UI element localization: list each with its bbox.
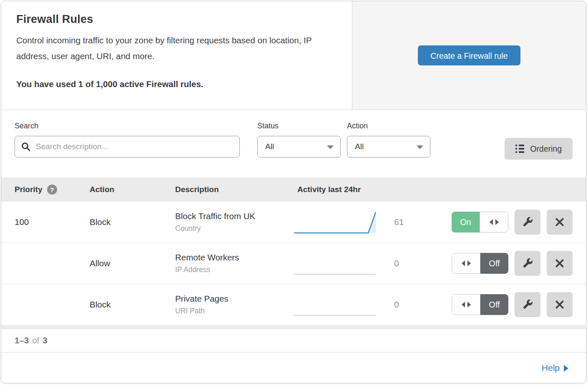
rule-name: Block Traffic from UK bbox=[175, 211, 293, 221]
toggle-handle[interactable] bbox=[480, 212, 508, 232]
table-end-divider bbox=[1, 325, 586, 329]
status-select[interactable]: All bbox=[257, 136, 341, 158]
rule-match-type: IP Address bbox=[175, 265, 293, 274]
toggle-left-arrow-icon bbox=[490, 219, 493, 225]
header-text-block: Firewall Rules Control incoming traffic … bbox=[1, 1, 352, 110]
rule-controls: On bbox=[418, 210, 573, 235]
list-ordering-icon bbox=[515, 145, 524, 153]
rule-match-type: Country bbox=[175, 224, 293, 233]
delete-rule-button[interactable] bbox=[547, 292, 573, 317]
help-link[interactable]: Help bbox=[542, 363, 568, 373]
page-title: Firewall Rules bbox=[16, 13, 337, 26]
action-filter-group: Action All bbox=[347, 122, 430, 158]
delete-rule-button[interactable] bbox=[547, 210, 573, 235]
status-filter-group: Status All bbox=[257, 122, 341, 158]
rule-enabled-toggle[interactable]: Off bbox=[452, 294, 508, 315]
wrench-icon bbox=[522, 217, 533, 228]
page-description: Control incoming traffic to your zone by… bbox=[16, 32, 337, 64]
table-row: Block Private Pages URI Path 0 Off bbox=[1, 284, 586, 325]
status-selected-value: All bbox=[265, 142, 274, 151]
rule-action: Block bbox=[90, 300, 175, 310]
toggle-right-arrow-icon bbox=[495, 219, 499, 225]
ordering-button[interactable]: Ordering bbox=[505, 138, 573, 160]
action-select[interactable]: All bbox=[347, 136, 430, 158]
rule-enabled-toggle[interactable]: Off bbox=[452, 253, 508, 274]
close-icon bbox=[554, 217, 565, 228]
panel-header: Firewall Rules Control incoming traffic … bbox=[1, 1, 586, 110]
activity-count: 0 bbox=[381, 300, 418, 310]
arrow-right-icon bbox=[564, 365, 568, 372]
rule-action: Block bbox=[90, 217, 175, 227]
rule-priority: 100 bbox=[15, 217, 90, 227]
rule-controls: Off bbox=[418, 292, 573, 317]
action-selected-value: All bbox=[355, 142, 364, 151]
toggle-right-arrow-icon bbox=[467, 302, 471, 308]
help-link-label: Help bbox=[542, 363, 560, 373]
column-header-description: Description bbox=[175, 185, 293, 194]
search-group: Search bbox=[15, 122, 240, 158]
rule-description: Remote Workers IP Address bbox=[175, 252, 293, 274]
search-input[interactable] bbox=[15, 136, 240, 158]
search-label: Search bbox=[15, 122, 240, 130]
rule-match-type: URI Path bbox=[175, 307, 293, 315]
search-icon bbox=[21, 142, 31, 152]
toggle-state-label: On bbox=[452, 212, 480, 232]
chevron-down-icon bbox=[327, 145, 334, 149]
column-header-activity: Activity last 24hr bbox=[293, 185, 418, 194]
rule-action: Allow bbox=[90, 258, 175, 268]
table-header: Priority ? Action Description Activity l… bbox=[1, 178, 586, 202]
close-icon bbox=[554, 258, 565, 269]
priority-header-label: Priority bbox=[15, 185, 43, 194]
toggle-handle[interactable] bbox=[452, 253, 480, 274]
chevron-down-icon bbox=[417, 145, 423, 149]
activity-sparkline bbox=[293, 210, 377, 235]
pagination-total: 3 bbox=[43, 335, 47, 345]
help-bar: Help bbox=[1, 352, 586, 383]
rule-controls: Off bbox=[418, 251, 573, 276]
toggle-left-arrow-icon bbox=[462, 260, 465, 266]
filter-bar: Search Status All Action All bbox=[1, 110, 586, 178]
close-icon bbox=[554, 299, 565, 310]
pagination-range: 1–3 bbox=[15, 335, 29, 345]
column-header-priority: Priority ? bbox=[15, 185, 90, 195]
search-box bbox=[15, 136, 240, 158]
pagination-bar: 1–3 of 3 bbox=[1, 329, 586, 352]
column-header-action: Action bbox=[90, 185, 175, 194]
ordering-button-label: Ordering bbox=[530, 144, 562, 154]
table-row: Allow Remote Workers IP Address 0 Off bbox=[1, 243, 586, 284]
toggle-handle[interactable] bbox=[452, 294, 480, 315]
activity-count: 61 bbox=[381, 217, 418, 227]
firewall-rules-panel: Firewall Rules Control incoming traffic … bbox=[1, 1, 586, 383]
toggle-left-arrow-icon bbox=[462, 302, 465, 308]
edit-rule-button[interactable] bbox=[515, 292, 540, 317]
edit-rule-button[interactable] bbox=[515, 251, 540, 276]
rule-name: Remote Workers bbox=[175, 252, 293, 262]
priority-help-icon[interactable]: ? bbox=[47, 185, 57, 195]
wrench-icon bbox=[522, 299, 533, 310]
activity-count: 0 bbox=[381, 258, 418, 268]
rule-description: Block Traffic from UK Country bbox=[175, 211, 293, 233]
toggle-state-label: Off bbox=[480, 253, 508, 274]
usage-note: You have used 1 of 1,000 active Firewall… bbox=[16, 79, 337, 89]
header-action-area: Create a Firewall rule bbox=[352, 1, 586, 110]
edit-rule-button[interactable] bbox=[515, 210, 540, 235]
status-label: Status bbox=[257, 122, 341, 130]
toggle-state-label: Off bbox=[480, 294, 508, 315]
delete-rule-button[interactable] bbox=[547, 251, 573, 276]
pagination-of-label: of bbox=[32, 335, 39, 345]
rule-enabled-toggle[interactable]: On bbox=[452, 212, 508, 232]
rule-name: Private Pages bbox=[175, 294, 293, 304]
create-firewall-rule-button[interactable]: Create a Firewall rule bbox=[418, 45, 520, 65]
activity-sparkline bbox=[293, 292, 377, 317]
action-label: Action bbox=[347, 122, 430, 130]
rule-description: Private Pages URI Path bbox=[175, 294, 293, 315]
wrench-icon bbox=[522, 258, 533, 269]
toggle-right-arrow-icon bbox=[467, 260, 471, 266]
table-row: 100 Block Block Traffic from UK Country … bbox=[1, 202, 586, 243]
activity-sparkline bbox=[293, 251, 377, 276]
